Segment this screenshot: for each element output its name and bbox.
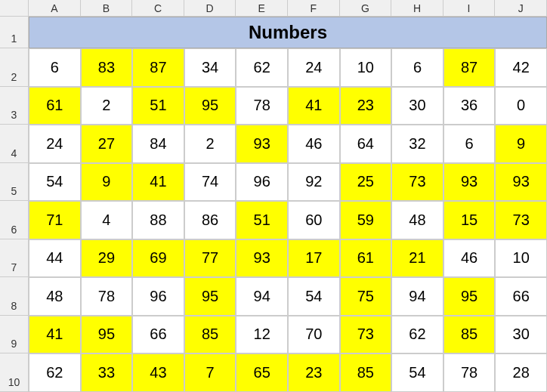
row-header-10[interactable]: 10	[0, 353, 29, 392]
cell-B8[interactable]: 78	[81, 277, 133, 316]
cell-H8[interactable]: 94	[391, 277, 443, 316]
cell-H9[interactable]: 62	[391, 316, 443, 354]
cell-F9[interactable]: 70	[288, 316, 340, 354]
cell-J8[interactable]: 66	[495, 277, 547, 316]
cell-E8[interactable]: 94	[236, 277, 288, 316]
column-header-I[interactable]: I	[443, 0, 496, 17]
cell-C6[interactable]: 88	[132, 201, 184, 239]
cell-H4[interactable]: 32	[391, 125, 443, 163]
cell-B4[interactable]: 27	[81, 125, 133, 163]
cell-B6[interactable]: 4	[81, 201, 133, 239]
cell-D5[interactable]: 74	[184, 163, 236, 202]
cell-H7[interactable]: 21	[391, 239, 443, 278]
column-header-C[interactable]: C	[132, 0, 184, 17]
cell-G2[interactable]: 10	[340, 48, 392, 87]
cell-C7[interactable]: 69	[132, 239, 184, 278]
column-header-J[interactable]: J	[495, 0, 547, 17]
cell-J3[interactable]: 0	[495, 87, 547, 125]
cell-E3[interactable]: 78	[236, 87, 288, 125]
cell-I5[interactable]: 93	[443, 163, 496, 202]
cell-G4[interactable]: 64	[340, 125, 392, 163]
row-header-7[interactable]: 7	[0, 239, 29, 278]
cell-C5[interactable]: 41	[132, 163, 184, 202]
cell-C3[interactable]: 51	[132, 87, 184, 125]
cell-D7[interactable]: 77	[184, 239, 236, 278]
cell-I4[interactable]: 6	[443, 125, 496, 163]
cell-J2[interactable]: 42	[495, 48, 547, 87]
cell-F7[interactable]: 17	[288, 239, 340, 278]
cell-I3[interactable]: 36	[443, 87, 496, 125]
cell-B2[interactable]: 83	[81, 48, 133, 87]
cell-D2[interactable]: 34	[184, 48, 236, 87]
cell-F3[interactable]: 41	[288, 87, 340, 125]
cell-E2[interactable]: 62	[236, 48, 288, 87]
cell-H6[interactable]: 48	[391, 201, 443, 239]
cell-D10[interactable]: 7	[184, 353, 236, 392]
cell-J9[interactable]: 30	[495, 316, 547, 354]
column-header-B[interactable]: B	[81, 0, 133, 17]
title-cell[interactable]: Numbers	[29, 17, 547, 48]
cell-C4[interactable]: 84	[132, 125, 184, 163]
cell-I7[interactable]: 46	[443, 239, 496, 278]
column-header-D[interactable]: D	[184, 0, 236, 17]
row-header-1[interactable]: 1	[0, 17, 29, 48]
cell-F2[interactable]: 24	[288, 48, 340, 87]
select-all-corner[interactable]	[0, 0, 29, 17]
cell-B5[interactable]: 9	[81, 163, 133, 202]
cell-H5[interactable]: 73	[391, 163, 443, 202]
column-header-A[interactable]: A	[29, 0, 81, 17]
cell-A8[interactable]: 48	[29, 277, 81, 316]
row-header-3[interactable]: 3	[0, 87, 29, 125]
row-header-8[interactable]: 8	[0, 277, 29, 316]
cell-A4[interactable]: 24	[29, 125, 81, 163]
cell-C9[interactable]: 66	[132, 316, 184, 354]
cell-F5[interactable]: 92	[288, 163, 340, 202]
cell-D9[interactable]: 85	[184, 316, 236, 354]
column-header-F[interactable]: F	[288, 0, 340, 17]
column-header-H[interactable]: H	[391, 0, 443, 17]
cell-E10[interactable]: 65	[236, 353, 288, 392]
cell-G6[interactable]: 59	[340, 201, 392, 239]
cell-D3[interactable]: 95	[184, 87, 236, 125]
cell-E6[interactable]: 51	[236, 201, 288, 239]
cell-J4[interactable]: 9	[495, 125, 547, 163]
cell-E7[interactable]: 93	[236, 239, 288, 278]
cell-C2[interactable]: 87	[132, 48, 184, 87]
cell-F10[interactable]: 23	[288, 353, 340, 392]
cell-I10[interactable]: 78	[443, 353, 496, 392]
column-header-G[interactable]: G	[340, 0, 392, 17]
cell-J7[interactable]: 10	[495, 239, 547, 278]
cell-J6[interactable]: 73	[495, 201, 547, 239]
cell-G9[interactable]: 73	[340, 316, 392, 354]
row-header-6[interactable]: 6	[0, 201, 29, 239]
row-header-2[interactable]: 2	[0, 48, 29, 87]
cell-D6[interactable]: 86	[184, 201, 236, 239]
cell-H10[interactable]: 54	[391, 353, 443, 392]
row-header-4[interactable]: 4	[0, 125, 29, 163]
cell-H2[interactable]: 6	[391, 48, 443, 87]
cell-G10[interactable]: 85	[340, 353, 392, 392]
cell-F6[interactable]: 60	[288, 201, 340, 239]
cell-E4[interactable]: 93	[236, 125, 288, 163]
cell-G5[interactable]: 25	[340, 163, 392, 202]
cell-G8[interactable]: 75	[340, 277, 392, 316]
cell-B3[interactable]: 2	[81, 87, 133, 125]
cell-B10[interactable]: 33	[81, 353, 133, 392]
cell-F8[interactable]: 54	[288, 277, 340, 316]
row-header-9[interactable]: 9	[0, 316, 29, 354]
cell-J5[interactable]: 93	[495, 163, 547, 202]
cell-E5[interactable]: 96	[236, 163, 288, 202]
cell-I6[interactable]: 15	[443, 201, 496, 239]
cell-H3[interactable]: 30	[391, 87, 443, 125]
cell-I2[interactable]: 87	[443, 48, 496, 87]
cell-I9[interactable]: 85	[443, 316, 496, 354]
cell-A9[interactable]: 41	[29, 316, 81, 354]
cell-A6[interactable]: 71	[29, 201, 81, 239]
cell-A3[interactable]: 61	[29, 87, 81, 125]
cell-F4[interactable]: 46	[288, 125, 340, 163]
row-header-5[interactable]: 5	[0, 163, 29, 202]
cell-E9[interactable]: 12	[236, 316, 288, 354]
cell-B7[interactable]: 29	[81, 239, 133, 278]
cell-A10[interactable]: 62	[29, 353, 81, 392]
cell-J10[interactable]: 28	[495, 353, 547, 392]
